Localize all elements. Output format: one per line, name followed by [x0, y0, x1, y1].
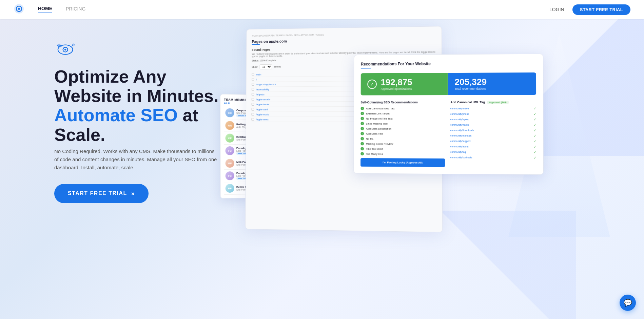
- canonical-url-3: community/watch✓: [450, 123, 536, 127]
- eye-icon-wrapper: [54, 41, 231, 59]
- nav-link-home[interactable]: HOME: [38, 6, 52, 13]
- reco-item-1: ✓External Link Target: [360, 112, 445, 115]
- chat-bubble-button[interactable]: 💬: [620, 295, 636, 311]
- nav-login-link[interactable]: LOGIN: [549, 7, 564, 12]
- reco-item-5: ✓Add Meta Title: [360, 132, 445, 135]
- stat-total-number: 205,329: [455, 77, 529, 86]
- approve-all-button[interactable]: I'm Feeling Lucky (Approve All): [360, 158, 445, 167]
- fp-url-6: /apple-books: [256, 103, 269, 105]
- fp-url-3: /accessibility: [256, 88, 269, 90]
- reco-item-8: ✓Title Too Short: [360, 147, 445, 151]
- reco-item-9: ✓Too Many H1s: [360, 152, 445, 156]
- canonical-url-9: community/contracts✓: [450, 155, 536, 160]
- fp-url-7: /apple-card: [256, 108, 268, 110]
- fp-url-8: /apple-music: [256, 113, 269, 115]
- self-opt-title: Self-Optimizing SEO Recommendations: [361, 101, 445, 104]
- nav-link-pricing[interactable]: PRICING: [66, 6, 85, 13]
- reco-item-0: ✓Add Canonical URL Tag: [361, 107, 445, 110]
- canonical-url-8: community/faq✓: [450, 150, 536, 154]
- reco-left-panel: Self-Optimizing SEO Recommendations ✓Add…: [360, 101, 445, 167]
- reco-title-underline: [361, 68, 371, 68]
- hero-cta-label: START FREE TRIAL: [68, 190, 127, 196]
- canonical-title: Add Canonical URL Tag: [450, 101, 485, 104]
- panel-recommendations: Recommendations For Your Website ✓ 192,8…: [353, 54, 544, 175]
- canonical-url-0: community/tuition✓: [450, 107, 536, 110]
- reco-bottom-section: Self-Optimizing SEO Recommendations ✓Add…: [360, 101, 536, 168]
- nav-logo: [14, 3, 24, 16]
- dashboard-main-title: Pages on apple.com: [252, 37, 436, 43]
- reco-item-3: ✓Links Missing Title: [360, 122, 445, 125]
- stat-check-icon: ✓: [367, 80, 377, 89]
- stat-total: 205,329 Total recommendations: [448, 72, 536, 95]
- nav-left: HOME PRICING: [14, 3, 85, 16]
- canonical-url-4: community/downloads✓: [450, 128, 536, 132]
- canonical-url-2: community/laptop✓: [450, 118, 536, 121]
- fp-url-0: main: [256, 73, 261, 76]
- stat-total-label: Total recommendations: [455, 87, 529, 90]
- canonical-url-6: community/support✓: [450, 139, 536, 143]
- fp-url-4: /airpods: [256, 93, 264, 95]
- hero-title: Optimize Any Website in Minutes. Automat…: [54, 67, 231, 145]
- hero-subtitle: No Coding Required. Works with any CMS. …: [54, 147, 217, 172]
- hero-content: Optimize Any Website in Minutes. Automat…: [54, 41, 231, 203]
- reco-item-6: ✓No H1: [360, 137, 445, 141]
- stats-row: ✓ 192,875 Approved optimizations 205,329…: [361, 72, 536, 95]
- dashboard-breadcrumb: YOUR DASHBOARD / TEAMS / PAGE / SEO / AP…: [252, 32, 436, 37]
- svg-line-13: [60, 46, 61, 47]
- approved-badge: Approved (346): [487, 101, 509, 104]
- canonical-url-5: community/manuals✓: [450, 134, 536, 138]
- hero-cta-arrows: »: [131, 190, 135, 197]
- nav-cta-button[interactable]: START FREE TRIAL: [572, 4, 630, 15]
- svg-point-15: [73, 44, 74, 45]
- chat-icon: 💬: [624, 299, 632, 307]
- stat-approved-number: 192,875: [381, 78, 412, 86]
- fp-url-9: /apple-news: [256, 118, 269, 121]
- navbar: HOME PRICING LOGIN START FREE TRIAL: [0, 0, 644, 19]
- eye-icon: [54, 41, 78, 58]
- fp-url-1: /: [256, 78, 257, 81]
- hero-cta-button[interactable]: START FREE TRIAL »: [54, 184, 149, 203]
- brand-logo-icon: [14, 3, 24, 14]
- reco-item-2: ✓No Image Alt/Title Text: [360, 117, 445, 120]
- stat-approved: ✓ 192,875 Approved optimizations: [361, 73, 448, 95]
- canonical-url-1: community/phone✓: [450, 112, 536, 116]
- reco-item-4: ✓Add Meta Description: [360, 127, 445, 130]
- fp-url-5: /apple-arcade: [256, 98, 270, 101]
- reco-title: Recommendations For Your Website: [361, 61, 536, 67]
- fp-url-2: /support/apple.com: [256, 83, 276, 85]
- svg-point-2: [18, 8, 20, 10]
- entries-select[interactable]: 10: [259, 64, 272, 69]
- svg-line-12: [57, 44, 58, 44]
- screenshots-wrapper: TEAM MEMBERS All AI CC Corpus Corp Site …: [217, 27, 644, 319]
- hero-section: Optimize Any Website in Minutes. Automat…: [0, 0, 644, 319]
- reco-item-7: ✓Missing Social Preview: [360, 142, 445, 146]
- stat-approved-label: Approved optimizations: [381, 87, 412, 90]
- svg-point-5: [64, 49, 66, 50]
- reco-right-panel: Add Canonical URL Tag Approved (346) com…: [450, 101, 536, 168]
- dashboard-title-underline: [252, 44, 260, 45]
- canonical-url-7: community/about✓: [450, 145, 536, 149]
- nav-right: LOGIN START FREE TRIAL: [549, 4, 630, 15]
